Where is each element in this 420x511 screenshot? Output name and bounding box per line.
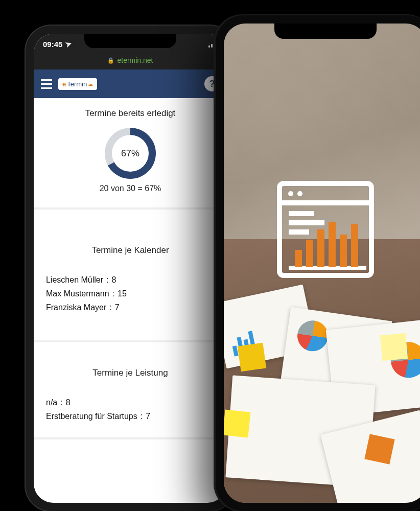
svg-rect-9	[306, 240, 313, 267]
svg-rect-12	[340, 235, 347, 267]
svg-rect-13	[351, 224, 358, 267]
per-service-title: Termine je Leistung	[46, 368, 215, 378]
promo-screen	[224, 24, 420, 503]
help-icon: ?	[209, 79, 215, 89]
logo-word: Termin	[67, 80, 87, 88]
list-item: Max Mustermann: 15	[46, 287, 215, 300]
phone-notch	[84, 34, 176, 48]
url-domain: etermin.net	[117, 56, 153, 64]
service-name: Erstberatung für Startups	[46, 409, 137, 423]
phone-screen: 09:45 ➤ 🔒 etermin.net e Termin ☁ ?	[34, 34, 227, 503]
phone-mockup-left: 09:45 ➤ 🔒 etermin.net e Termin ☁ ?	[26, 26, 235, 511]
svg-point-2	[288, 191, 293, 196]
list-item: n/a: 8	[46, 396, 215, 409]
calendar-count: 8	[112, 273, 116, 287]
phone-notch	[274, 24, 377, 39]
menu-icon[interactable]	[41, 79, 52, 89]
lock-icon: 🔒	[107, 57, 114, 64]
list-item: Erstberatung für Startups: 7	[46, 409, 215, 423]
service-count: 7	[146, 409, 150, 423]
svg-rect-11	[329, 222, 336, 267]
per-calendar-panel: Termine je Kalender Lieschen Müller: 8 M…	[34, 210, 227, 342]
browser-url-bar[interactable]: 🔒 etermin.net	[34, 54, 227, 69]
phone-mockup-right	[216, 15, 420, 511]
completed-percent: 67%	[121, 148, 139, 159]
calendar-name: Lieschen Müller	[46, 273, 103, 287]
sticky-note	[380, 333, 408, 361]
cloud-icon: ☁	[88, 81, 93, 87]
calendar-name: Max Mustermann	[46, 287, 109, 300]
service-name: n/a	[46, 396, 57, 409]
location-icon: ➤	[64, 38, 74, 49]
sticky-note	[364, 434, 394, 464]
report-icon	[269, 173, 382, 286]
svg-rect-4	[289, 211, 314, 216]
logo-letter-e: e	[62, 80, 66, 88]
sticky-note	[238, 343, 266, 371]
completed-donut-chart: 67%	[105, 128, 156, 179]
calendar-name: Franziska Mayer	[46, 300, 106, 314]
per-service-panel: Termine je Leistung n/a: 8 Erstberatung …	[34, 342, 227, 439]
status-time: 09:45	[43, 40, 62, 49]
svg-rect-10	[317, 229, 324, 267]
per-calendar-title: Termine je Kalender	[46, 245, 215, 256]
completed-title: Termine bereits erledigt	[46, 108, 215, 119]
dashboard-content: Termine bereits erledigt 67% 20 von 30 =…	[34, 98, 227, 439]
calendar-count: 7	[115, 300, 120, 314]
svg-point-3	[297, 191, 302, 196]
app-logo[interactable]: e Termin ☁	[58, 78, 97, 90]
completed-summary: 20 von 30 = 67%	[46, 184, 215, 193]
service-count: 8	[66, 396, 71, 409]
svg-rect-8	[295, 250, 302, 267]
completed-panel: Termine bereits erledigt 67% 20 von 30 =…	[34, 98, 227, 210]
svg-rect-6	[289, 229, 309, 235]
calendar-count: 15	[118, 287, 127, 300]
app-header: e Termin ☁ ?	[34, 69, 227, 98]
svg-rect-5	[289, 220, 324, 225]
sticky-note	[224, 410, 250, 438]
list-item: Lieschen Müller: 8	[46, 273, 215, 287]
list-item: Franziska Mayer: 7	[46, 300, 215, 314]
